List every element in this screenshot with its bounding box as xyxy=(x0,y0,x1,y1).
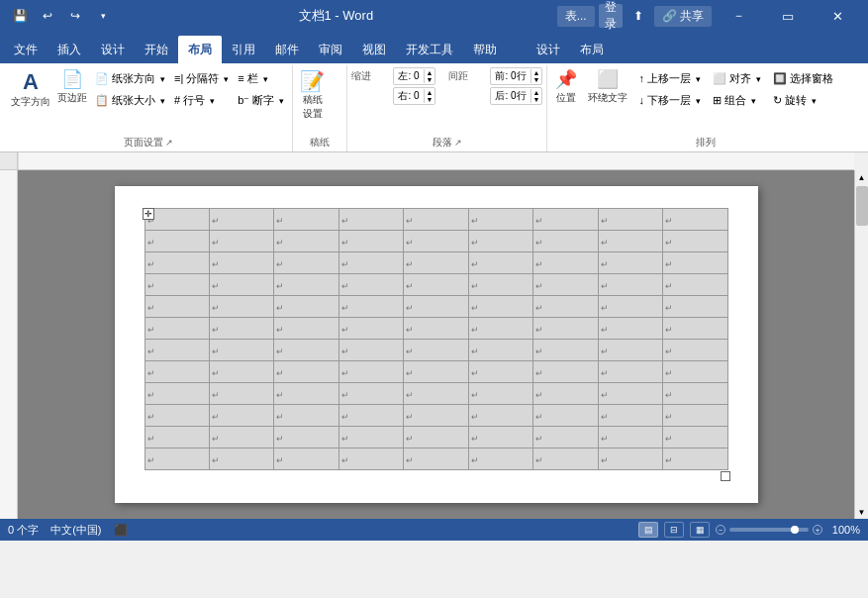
table-row[interactable]: ↵↵↵↵↵↵↵↵↵ xyxy=(145,448,727,470)
table-cell[interactable]: ↵ xyxy=(338,383,403,405)
table-cell[interactable]: ↵ xyxy=(404,383,468,405)
table-row[interactable]: ↵↵↵↵↵↵↵↵↵ xyxy=(145,383,727,405)
table-cell[interactable]: ↵ xyxy=(404,448,468,470)
table-cell[interactable]: ↵ xyxy=(468,209,532,231)
table-row[interactable]: ↵↵↵↵↵↵↵↵↵ xyxy=(145,427,727,448)
table-cell[interactable]: ↵ xyxy=(145,383,209,405)
table-cell[interactable]: ↵ xyxy=(145,209,209,231)
table-cell[interactable]: ↵ xyxy=(663,209,728,231)
tab-help[interactable]: 帮助 xyxy=(463,36,507,63)
table-cell[interactable]: ↵ xyxy=(468,318,532,340)
table-cell[interactable]: ↵ xyxy=(468,361,532,383)
table-cell[interactable]: ↵ xyxy=(338,405,403,427)
tab-mailings[interactable]: 邮件 xyxy=(265,36,309,63)
wrap-text-btn[interactable]: ⬜ 环绕文字 xyxy=(585,67,630,107)
table-cell[interactable]: ↵ xyxy=(209,209,273,231)
table-cell[interactable]: ↵ xyxy=(145,405,209,427)
spacing-before-down[interactable]: ▼ xyxy=(531,76,542,83)
page-setup-expand-btn[interactable]: ↗ xyxy=(165,138,173,148)
table-cell[interactable]: ↵ xyxy=(338,361,403,383)
table-cell[interactable]: ↵ xyxy=(598,318,662,340)
indent-right-spinner[interactable]: 右: 0 ▲ ▼ xyxy=(393,87,435,105)
table-cell[interactable]: ↵ xyxy=(468,340,532,361)
table-cell[interactable]: ↵ xyxy=(663,383,728,405)
table-cell[interactable]: ↵ xyxy=(468,405,532,427)
table-resize-handle[interactable] xyxy=(721,471,730,481)
table-cell[interactable]: ↵ xyxy=(209,405,273,427)
tab-insert[interactable]: 插入 xyxy=(48,36,91,63)
position-btn[interactable]: 📌 位置 xyxy=(551,67,581,107)
table-cell[interactable]: ↵ xyxy=(145,448,209,470)
table-cell[interactable]: ↵ xyxy=(338,274,403,296)
scroll-down-btn[interactable]: ▼ xyxy=(855,505,869,519)
table-cell[interactable]: ↵ xyxy=(404,318,468,340)
table-cell[interactable]: ↵ xyxy=(274,252,338,274)
table-cell[interactable]: ↵ xyxy=(274,296,338,318)
table-cell[interactable]: ↵ xyxy=(338,296,403,318)
table-cell[interactable]: ↵ xyxy=(145,296,209,318)
zoom-out-btn[interactable]: － xyxy=(716,525,725,535)
spacing-before-spinner[interactable]: 前: 0行 ▲ ▼ xyxy=(490,67,542,85)
table-cell[interactable]: ↵ xyxy=(209,252,273,274)
tab-table-layout[interactable]: 布局 xyxy=(570,36,614,63)
indent-right-up[interactable]: ▲ xyxy=(425,89,435,96)
group-btn[interactable]: ⊞ 组合 xyxy=(709,89,765,111)
columns-btn[interactable]: ≡ 栏 xyxy=(234,67,288,89)
spacing-before-up[interactable]: ▲ xyxy=(531,69,542,76)
table-cell[interactable]: ↵ xyxy=(274,318,338,340)
table-cell[interactable]: ↵ xyxy=(274,383,338,405)
table-row[interactable]: ↵↵↵↵↵↵↵↵↵ xyxy=(145,405,727,427)
table-row[interactable]: ↵↵↵↵↵↵↵↵↵ xyxy=(145,318,727,340)
draft-paper-btn[interactable]: 📝 稿纸设置 xyxy=(297,67,328,123)
table-cell[interactable]: ↵ xyxy=(598,274,662,296)
table-cell[interactable]: ↵ xyxy=(533,361,598,383)
table-cell[interactable]: ↵ xyxy=(338,448,403,470)
table-cell[interactable]: ↵ xyxy=(598,383,662,405)
minimize-btn[interactable]: － xyxy=(716,0,761,32)
table-cell[interactable]: ↵ xyxy=(663,427,728,448)
table-cell[interactable]: ↵ xyxy=(663,296,728,318)
table-cell[interactable]: ↵ xyxy=(663,361,728,383)
table-cell[interactable]: ↵ xyxy=(468,231,532,252)
table-cell[interactable]: ↵ xyxy=(598,361,662,383)
table-cell[interactable]: ↵ xyxy=(468,448,532,470)
tab-home[interactable]: 开始 xyxy=(135,36,178,63)
table-cell[interactable]: ↵ xyxy=(338,231,403,252)
table-cell[interactable]: ↵ xyxy=(404,340,468,361)
table-cell[interactable]: ↵ xyxy=(209,318,273,340)
table-cell[interactable]: ↵ xyxy=(274,274,338,296)
tab-review[interactable]: 审阅 xyxy=(309,36,352,63)
table-row[interactable]: ↵↵↵↵↵↵↵↵↵ xyxy=(145,340,727,361)
table-cell[interactable]: ↵ xyxy=(274,231,338,252)
table-cell[interactable]: ↵ xyxy=(533,296,598,318)
table-cell[interactable]: ↵ xyxy=(598,231,662,252)
table-cell[interactable]: ↵ xyxy=(145,231,209,252)
table-cell[interactable]: ↵ xyxy=(338,340,403,361)
document-table[interactable]: ↵↵↵↵↵↵↵↵↵↵↵↵↵↵↵↵↵↵↵↵↵↵↵↵↵↵↵↵↵↵↵↵↵↵↵↵↵↵↵↵… xyxy=(145,208,728,470)
table-cell[interactable]: ↵ xyxy=(338,252,403,274)
table-row[interactable]: ↵↵↵↵↵↵↵↵↵ xyxy=(145,274,727,296)
tab-view[interactable]: 视图 xyxy=(352,36,396,63)
close-btn[interactable]: ✕ xyxy=(815,0,860,32)
share-btn[interactable]: 🔗 共享 xyxy=(654,6,712,27)
tab-design[interactable]: 设计 xyxy=(91,36,135,63)
tab-table-design[interactable]: 设计 xyxy=(527,36,570,63)
table-cell[interactable]: ↵ xyxy=(533,318,598,340)
table-cell[interactable]: ↵ xyxy=(274,361,338,383)
indent-left-up[interactable]: ▲ xyxy=(425,69,435,76)
table-row[interactable]: ↵↵↵↵↵↵↵↵↵ xyxy=(145,296,727,318)
table-cell[interactable]: ↵ xyxy=(338,318,403,340)
table-cell[interactable]: ↵ xyxy=(209,383,273,405)
table-cell[interactable]: ↵ xyxy=(145,340,209,361)
zoom-in-btn[interactable]: ＋ xyxy=(813,525,822,535)
zoom-percent[interactable]: 100% xyxy=(826,524,860,536)
save-quick-btn[interactable]: 💾 xyxy=(8,4,32,28)
rotate-btn[interactable]: ↻ 旋转 xyxy=(769,89,837,111)
tab-references[interactable]: 引用 xyxy=(222,36,265,63)
table-cell[interactable]: ↵ xyxy=(209,361,273,383)
table-cell[interactable]: ↵ xyxy=(533,231,598,252)
table-cell[interactable]: ↵ xyxy=(209,231,273,252)
customize-quick-btn[interactable]: ▾ xyxy=(91,4,115,28)
table-cell[interactable]: ↵ xyxy=(145,274,209,296)
tab-developer[interactable]: 开发工具 xyxy=(396,36,463,63)
